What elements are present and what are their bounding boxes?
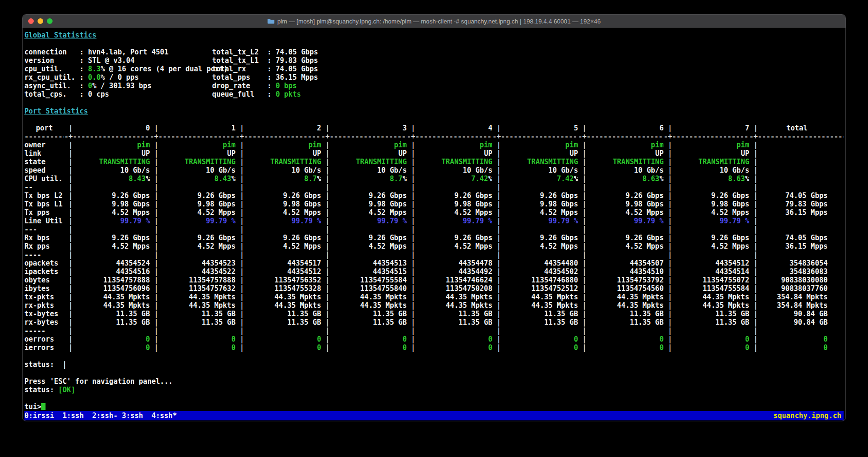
pipe: | [64, 217, 73, 225]
pipe: | [321, 208, 329, 217]
pipe: | [64, 267, 73, 276]
total-value: 354836054 [790, 259, 828, 267]
row-label: ipackets [24, 267, 64, 276]
port-cell: 11.35 GB | [586, 318, 672, 327]
port-cell: | [415, 225, 501, 234]
port-cell: 9.98 Gbps | [501, 200, 587, 208]
port-cell: TRANSMITTING | [330, 158, 416, 166]
port-number: 3 [330, 124, 407, 132]
value: 11.35 GB [630, 310, 663, 318]
tmux-window-1[interactable]: 1:ssh [58, 411, 88, 420]
stat-colon: : [267, 56, 275, 65]
port-value: 44354516 [73, 267, 150, 276]
pipe: | [236, 175, 244, 183]
port-cell: 4.52 Mpps | [586, 208, 672, 217]
pipe: | [150, 318, 158, 327]
pipe: | [407, 158, 415, 166]
port-value [501, 183, 578, 191]
port-cell: 0 | [244, 335, 330, 343]
total-value: 90.84 GB [794, 310, 828, 318]
value: 9.98 Gbps [625, 200, 663, 208]
pipe: | [407, 124, 415, 132]
tmux-window-2[interactable]: 2:ssh- [88, 411, 117, 420]
value: UP [484, 149, 492, 158]
row-label-cell: opackets | [24, 259, 73, 267]
port-cell: 11354757888 | [73, 276, 159, 284]
gleft: async_util.: 0% / 301.93 bps [24, 82, 212, 90]
value: 9.26 Gbps [369, 191, 407, 200]
port-cell: | [672, 327, 758, 335]
total-value: 90.84 GB [794, 318, 828, 327]
port-value: pim [586, 141, 663, 149]
pipe: | [749, 293, 758, 301]
row-label: Line Util. [24, 217, 64, 225]
prompt-line[interactable]: tui> [24, 403, 844, 411]
value: 44354514 [716, 267, 749, 276]
gright: total_tx_L2: 74.05 Gbps [212, 48, 318, 56]
pipe: | [578, 225, 586, 234]
row-label-cell: tx-pkts | [24, 293, 73, 301]
zoom-button[interactable] [47, 18, 53, 24]
value: 10 Gb/s [206, 166, 236, 175]
port-value: 9.26 Gbps [244, 234, 321, 242]
port-cell: | [244, 225, 330, 234]
pipe: | [321, 267, 329, 276]
pipe: | [321, 191, 329, 200]
port-value [586, 183, 663, 191]
pipe: | [321, 200, 329, 208]
pipe: | [663, 343, 672, 352]
value: 4.52 Mpps [625, 242, 663, 251]
port-cell: 44.35 Mpkts | [330, 293, 416, 301]
port-value: UP [244, 149, 321, 158]
table-header-row: port |0 |1 |2 |3 |4 |5 |6 |7 |total [24, 124, 844, 132]
port-value: 44354517 [244, 259, 321, 267]
tmux-window-4[interactable]: 4:ssh* [147, 411, 177, 420]
total-cell: 90838030080 [758, 276, 844, 284]
port-cell: UP | [672, 149, 758, 158]
total-value: 354.84 Mpkts [777, 301, 828, 310]
pipe: | [64, 327, 73, 335]
port-value: 10 Gb/s [415, 166, 492, 175]
port-value [672, 225, 749, 234]
total-value: 90838030080 [781, 276, 828, 284]
port-value: 44354512 [672, 259, 749, 267]
gleft: version: STL @ v3.04 [24, 56, 212, 65]
port-value: 0 [159, 335, 236, 343]
total-value: 79.83 Gbps [785, 200, 828, 208]
prompt-text: tui> [24, 403, 41, 411]
stat-colon: : [267, 90, 275, 99]
table-row-ipackets: ipackets |44354516 |44354522 |44354512 |… [24, 267, 844, 276]
pipe: | [492, 242, 501, 251]
value: 4.52 Mpps [283, 242, 321, 251]
global-statistics-section: connection: hvn4.lab, Port 4501total_tx_… [24, 48, 844, 99]
value: 9.26 Gbps [454, 191, 492, 200]
port-cell: | [415, 327, 501, 335]
value: 44.35 Mpkts [189, 293, 236, 301]
port-cell: 9.26 Gbps | [244, 234, 330, 242]
port-cell: 11354754560 | [586, 284, 672, 293]
value: 9.26 Gbps [625, 234, 663, 242]
pipe: | [321, 166, 329, 175]
close-button[interactable] [28, 18, 34, 24]
pipe: | [492, 234, 501, 242]
minimize-button[interactable] [38, 18, 43, 24]
total-cell: 36.15 Mpps [758, 242, 844, 251]
port-value: UP [330, 149, 407, 158]
tmux-window-0[interactable]: 0:irssi [24, 411, 58, 420]
pipe: | [578, 267, 586, 276]
port-number: 2 [244, 124, 321, 132]
port-cell: 9.98 Gbps | [415, 200, 501, 208]
pipe: | [492, 293, 501, 301]
value: 11354754560 [617, 284, 663, 293]
pipe: | [236, 141, 244, 149]
port-cell: 10 Gb/s | [73, 166, 159, 175]
value: pim [223, 141, 236, 149]
window-titlebar[interactable]: pim — [mosh] pim@squanchy.ipng.ch: /home… [23, 15, 845, 28]
tmux-window-3[interactable]: 3:ssh [118, 411, 147, 420]
port-cell: 8.7% | [330, 175, 416, 183]
port-value: 9.98 Gbps [73, 200, 150, 208]
pipe: | [64, 242, 73, 251]
port-number: 6 [586, 124, 663, 132]
pipe: | [749, 343, 758, 352]
port-cell: 44.35 Mpkts | [586, 301, 672, 310]
